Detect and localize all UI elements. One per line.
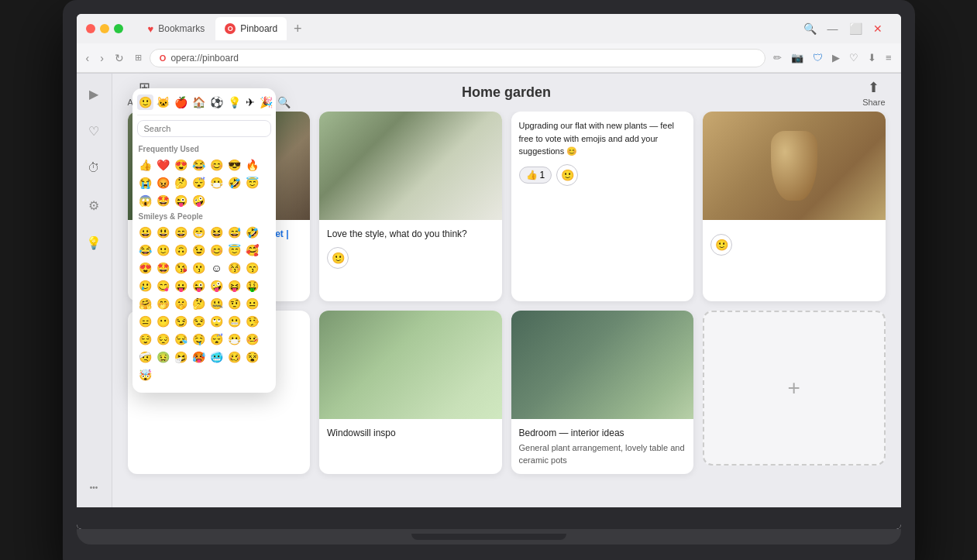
tabs-button[interactable]: ⊞	[132, 51, 145, 64]
minimize-win-btn[interactable]: —	[824, 21, 841, 36]
emoji-grin[interactable]: 😀	[137, 224, 154, 241]
emoji-wink[interactable]: 😉	[191, 242, 208, 259]
sidebar-lightbulb-icon[interactable]: 💡	[81, 230, 106, 255]
shield-btn[interactable]: 🛡	[810, 50, 826, 65]
emoji-tab-travel[interactable]: 🏠	[191, 94, 207, 110]
emoji-zany2[interactable]: 🤪	[208, 277, 225, 294]
forward-button[interactable]: ›	[97, 50, 107, 66]
emoji-mask[interactable]: 😷	[208, 174, 225, 191]
add-reaction-vase[interactable]: 🙂	[710, 234, 732, 256]
emoji-exploding[interactable]: 🤯	[137, 366, 154, 383]
maximize-button[interactable]	[114, 24, 123, 33]
emoji-yum[interactable]: 😋	[155, 277, 172, 294]
download-btn[interactable]: ⬇	[865, 50, 879, 65]
emoji-heart[interactable]: ❤️	[155, 156, 172, 173]
back-button[interactable]: ‹	[83, 50, 93, 66]
emoji-think[interactable]: 🤔	[173, 174, 190, 191]
pinboard-tab[interactable]: O Pinboard	[215, 17, 287, 40]
emoji-raised-brow[interactable]: 🤨	[226, 295, 243, 312]
address-bar[interactable]: O opera://pinboard	[150, 49, 765, 67]
emoji-kiss2[interactable]: 😗	[191, 259, 208, 277]
emoji-smirk[interactable]: 😏	[173, 313, 190, 330]
emoji-injured[interactable]: 🤕	[137, 349, 154, 366]
fullscreen-btn[interactable]: ⬜	[846, 21, 865, 36]
heart-btn[interactable]: ♡	[846, 50, 862, 65]
share-btn[interactable]: ⬆ Share	[862, 79, 885, 107]
edit-btn[interactable]: ✏	[770, 50, 785, 65]
emoji-mask2[interactable]: 😷	[226, 331, 243, 348]
emoji-angel[interactable]: 😇	[244, 174, 261, 191]
emoji-sleepy[interactable]: 😪	[173, 331, 190, 348]
add-new-card[interactable]: +	[703, 311, 886, 466]
emoji-tab-food[interactable]: 🍎	[173, 94, 189, 110]
minimize-button[interactable]	[100, 24, 109, 33]
sidebar-more-icon[interactable]: •••	[81, 475, 106, 500]
emoji-hot[interactable]: 🥵	[191, 349, 208, 366]
emoji-star-struck[interactable]: 🤩	[155, 259, 172, 277]
emoji-relieved[interactable]: 😌	[137, 331, 154, 348]
emoji-starstruck[interactable]: 🤩	[155, 192, 172, 209]
emoji-sleeping[interactable]: 😴	[208, 331, 225, 348]
emoji-angry[interactable]: 😡	[155, 174, 172, 191]
emoji-wink-tongue[interactable]: 😜	[173, 192, 190, 209]
emoji-beam[interactable]: 😄	[173, 224, 190, 241]
camera-btn[interactable]: 📷	[788, 50, 807, 65]
emoji-stuck[interactable]: 😛	[173, 277, 190, 294]
emoji-grimace[interactable]: 😬	[226, 313, 243, 330]
emoji-hugging[interactable]: 🤗	[137, 295, 154, 312]
emoji-sick[interactable]: 🤒	[244, 331, 261, 348]
emoji-smile[interactable]: 😊	[208, 156, 225, 173]
add-reaction-upgrading[interactable]: 🙂	[556, 164, 578, 186]
emoji-upside[interactable]: 🙃	[173, 242, 190, 259]
sidebar-play-icon[interactable]: ▶	[81, 81, 106, 106]
emoji-cold[interactable]: 🥶	[208, 349, 225, 366]
emoji-dizzy[interactable]: 😵	[244, 349, 261, 366]
emoji-blush[interactable]: 😊	[208, 242, 225, 259]
emoji-zipper[interactable]: 🤐	[208, 295, 225, 312]
emoji-cool[interactable]: 😎	[226, 156, 243, 173]
emoji-tab-flags[interactable]: 🎉	[258, 94, 274, 110]
new-tab-button[interactable]: +	[288, 19, 307, 38]
emoji-no-mouth[interactable]: 😶	[155, 313, 172, 330]
close-button[interactable]	[86, 24, 95, 33]
emoji-drooling[interactable]: 🤤	[191, 331, 208, 348]
emoji-picker[interactable]: 🙂 🐱 🍎 🏠 ⚽ 💡 ✈ 🎉 🔍 Frequently Used 👍 ❤️ 😍…	[132, 88, 276, 393]
emoji-sleep[interactable]: 😴	[191, 174, 208, 191]
emoji-kiss[interactable]: 😘	[173, 259, 190, 277]
emoji-unamused[interactable]: 😒	[191, 313, 208, 330]
emoji-expressionless[interactable]: 😑	[137, 313, 154, 330]
emoji-rofl2[interactable]: 🤣	[244, 224, 261, 241]
emoji-zany[interactable]: 🤪	[191, 192, 208, 209]
emoji-thumbsup[interactable]: 👍	[137, 156, 154, 173]
emoji-sneezing[interactable]: 🤧	[173, 349, 190, 366]
emoji-kiss3[interactable]: 😚	[226, 259, 243, 277]
sidebar-history-icon[interactable]: ⏱	[81, 156, 106, 180]
search-toolbar-btn[interactable]: 🔍	[800, 21, 820, 36]
emoji-tab-activities[interactable]: ⚽	[208, 94, 225, 110]
reaction-thumbs-up[interactable]: 👍1	[519, 167, 552, 184]
emoji-squinting[interactable]: 😝	[226, 277, 243, 294]
emoji-heart-eyes[interactable]: 😍	[173, 156, 190, 173]
add-reaction-love[interactable]: 🙂	[327, 247, 349, 269]
emoji-laugh[interactable]: 😂	[191, 156, 208, 173]
bookmarks-tab[interactable]: ♥ Bookmarks	[139, 17, 215, 40]
emoji-woozy[interactable]: 🥴	[226, 349, 243, 366]
emoji-relaxed[interactable]: ☺	[208, 259, 225, 277]
emoji-money[interactable]: 🤑	[244, 277, 261, 294]
emoji-nausea[interactable]: 🤢	[155, 349, 172, 366]
emoji-cry[interactable]: 😭	[137, 174, 154, 191]
menu-btn[interactable]: ≡	[882, 50, 895, 65]
emoji-sweat2[interactable]: 😅	[226, 224, 243, 241]
emoji-thinking[interactable]: 🤔	[191, 295, 208, 312]
close-win-btn[interactable]: ✕	[870, 21, 886, 36]
emoji-tab-animals[interactable]: 🐱	[155, 94, 171, 110]
emoji-tear[interactable]: 🥲	[137, 277, 154, 294]
refresh-button[interactable]: ↻	[112, 50, 127, 66]
emoji-quiet[interactable]: 🤫	[173, 295, 190, 312]
emoji-tab-symbols[interactable]: ✈	[244, 94, 256, 110]
emoji-joy[interactable]: 😂	[137, 242, 154, 259]
emoji-beam2[interactable]: 😁	[191, 224, 208, 241]
emoji-tab-search[interactable]: 🔍	[276, 94, 292, 110]
emoji-fire[interactable]: 🔥	[244, 156, 261, 173]
emoji-sweat[interactable]: 😆	[208, 224, 225, 241]
